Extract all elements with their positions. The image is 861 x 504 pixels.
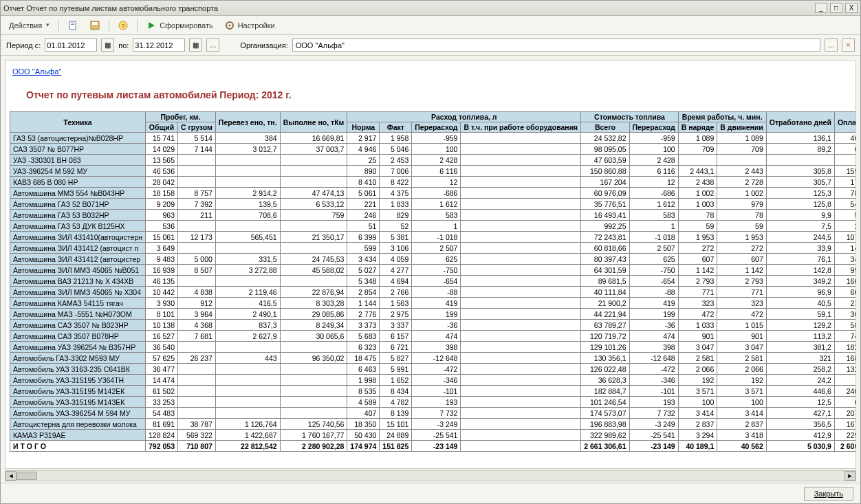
table-row[interactable]: Автомобиль УАЗ-396254 М 594 МУ54 4834078… <box>10 408 857 419</box>
cell-value: 1 089 <box>717 133 766 144</box>
table-row[interactable]: Автомашина ЗИЛ 431412 (автоцистер9 4835 … <box>10 254 857 265</box>
total-value: 792 053 <box>146 441 178 452</box>
table-row[interactable]: Автомобиль УАЗ-315195 М143ЕК33 2534 5894… <box>10 397 857 408</box>
cell-value: 569 322 <box>178 430 216 441</box>
close-window-button[interactable]: X <box>845 3 858 13</box>
table-row[interactable]: УАЗ-396254 М 592 МУ46 5368907 0066 11615… <box>10 166 857 177</box>
table-row[interactable]: УАЗ -330301 ВН 08313 565252 4532 42847 6… <box>10 155 857 166</box>
total-value: 151 825 <box>380 441 412 452</box>
cell-value <box>178 397 216 408</box>
period-select-button[interactable]: … <box>206 39 219 52</box>
help-button[interactable]: ? <box>113 19 133 32</box>
col-done-tkm: Выполне но, тКм <box>280 112 347 133</box>
cell-name: УАЗ -330301 ВН 083 <box>10 155 146 166</box>
table-row[interactable]: Автомашина МАЗ -5551 №Н073ОМ8 1013 9642 … <box>10 309 857 320</box>
date-to-input[interactable] <box>133 39 185 52</box>
table-row[interactable]: КАМАЗ Р319АЕ128 824569 3221 422,6871 760… <box>10 430 857 441</box>
org-clear-button[interactable]: × <box>842 39 855 52</box>
cell-value <box>461 397 581 408</box>
cell-name: КАВЗ 685 В 080 НР <box>10 177 146 188</box>
actions-menu[interactable]: Действия ▼ <box>5 20 54 31</box>
table-row[interactable]: Автомобиль УАЗ 3163-235 С641ВК36 4776 46… <box>10 364 857 375</box>
cell-value: 2 581 <box>678 353 717 364</box>
cell-value: -959 <box>412 133 461 144</box>
calendar-to-button[interactable]: ▦ <box>189 39 202 52</box>
table-row[interactable]: Автомашина ЗИЛ ММЗ 45065 № Х30410 4424 8… <box>10 287 857 298</box>
table-row[interactable]: Автомашина ММЗ 554 №В043НР18 1588 7572 9… <box>10 188 857 199</box>
cell-value: 132 798,01 <box>834 364 856 375</box>
cell-value <box>461 254 581 265</box>
generate-button[interactable]: Сформировать <box>142 19 217 32</box>
scroll-thumb[interactable] <box>17 472 37 480</box>
table-row[interactable]: КАВЗ 685 В 080 НР28 0428 4108 42212167 2… <box>10 177 857 188</box>
cell-value: 1 760 167,77 <box>280 430 347 441</box>
cell-value: 142,8 <box>766 265 834 276</box>
minimize-button[interactable]: _ <box>815 3 827 13</box>
table-row[interactable]: Автомашина ГАЗ 53 ДУК В125НХ53651521992,… <box>10 221 857 232</box>
table-row[interactable]: Автомашина ГАЗ 53 В032НР963211708,675924… <box>10 210 857 221</box>
cell-value: 50 430 <box>347 430 380 441</box>
horizontal-scrollbar[interactable]: ◄ ► <box>5 470 856 481</box>
cell-value: 211 <box>178 210 216 221</box>
org-link[interactable]: ООО "Альфа" <box>12 67 61 76</box>
org-input[interactable] <box>292 39 820 52</box>
doc-icon-button[interactable] <box>63 19 83 32</box>
settings-button[interactable]: Настройки <box>220 19 279 32</box>
col-norm: Норма <box>347 122 380 133</box>
cell-value: 398 <box>629 342 678 353</box>
org-select-button[interactable]: … <box>825 39 838 52</box>
cell-name: Автомашина КАМАЗ 54115 тягач <box>10 298 146 309</box>
cell-value: 2 428 <box>412 155 461 166</box>
calendar-from-button[interactable]: ▦ <box>101 39 114 52</box>
table-row[interactable]: Автомашина ВАЗ 21213 № Х 434ХВ46 1355 34… <box>10 276 857 287</box>
cell-value: 13 565 <box>146 155 178 166</box>
cell-value <box>280 397 347 408</box>
cell-value: 8 410 <box>347 177 380 188</box>
table-row[interactable]: САЗ 3507 № В077НР14 0297 1443 012,737 00… <box>10 144 857 155</box>
table-row[interactable]: Автомобиль УАЗ-315195 М142ЕК61 5028 5358… <box>10 386 857 397</box>
cell-value: 7 732 <box>629 408 678 419</box>
cell-value: 150 860,88 <box>581 166 629 177</box>
maximize-button[interactable]: □ <box>830 3 842 13</box>
cell-value <box>461 166 581 177</box>
table-row[interactable]: Автоцистерна для перевозки молока81 6913… <box>10 419 857 430</box>
cell-value: 36 628,3 <box>581 375 629 386</box>
cell-value <box>178 221 216 232</box>
cell-value: 1 652 <box>380 375 412 386</box>
cell-value <box>280 375 347 386</box>
cell-name: Автомашина САЗ 3507 В078НР <box>10 331 146 342</box>
table-row[interactable]: Автомашина ЗИЛ ММЗ 45065 №В05116 9398 50… <box>10 265 857 276</box>
cell-value <box>280 243 347 254</box>
table-row[interactable]: ГАЗ 53 (автоцистерна)№В028НР15 7415 5143… <box>10 133 857 144</box>
date-from-input[interactable] <box>45 39 97 52</box>
table-row[interactable]: Автомашина КАМАЗ 54115 тягач3 930912416,… <box>10 298 857 309</box>
cell-value: 1 998 <box>347 375 380 386</box>
cell-value: 3 418 <box>717 430 766 441</box>
table-row[interactable]: Автомашина САЗ 3507 № В023НР10 1384 3688… <box>10 320 857 331</box>
scroll-left-button[interactable]: ◄ <box>6 471 17 481</box>
cell-value: 21 840,66 <box>834 298 856 309</box>
cell-value: 419 <box>412 298 461 309</box>
table-row[interactable]: Автомашина ГАЗ 52 В071НР9 2097 392139,56… <box>10 199 857 210</box>
table-row[interactable]: Автомашина ЗИЛ 431410(автоцистерн15 0611… <box>10 232 857 243</box>
cell-value: 771 <box>717 287 766 298</box>
table-row[interactable]: Автомашина САЗ 3507 В078НР16 5277 6812 6… <box>10 331 857 342</box>
report-table: Техника Пробег, км. Перевез ено, тн. Вып… <box>10 111 856 452</box>
table-row[interactable]: Автомобиль УАЗ-315195 У364ТН14 4741 9981… <box>10 375 857 386</box>
cell-value: 12,5 <box>766 397 834 408</box>
scroll-right-button[interactable]: ► <box>844 471 855 481</box>
cell-value: 64 301,59 <box>581 265 629 276</box>
close-button[interactable]: Закрыть <box>804 487 853 501</box>
table-row[interactable]: Автомашина УАЗ 396254 № В357НР36 5406 32… <box>10 342 857 353</box>
report-viewport[interactable]: ООО "Альфа" Отчет по путевым листам авто… <box>5 60 856 469</box>
cell-value: 771 <box>678 287 717 298</box>
cell-value: 1 612 <box>629 199 678 210</box>
cell-value <box>215 408 280 419</box>
table-row[interactable]: Автомобиль ГАЗ-3302 М593 МУ57 62526 2374… <box>10 353 857 364</box>
table-row[interactable]: Автомашина ЗИЛ 431412 (автоцист п3 64959… <box>10 243 857 254</box>
save-icon-button[interactable] <box>85 19 105 32</box>
cell-value: 2 507 <box>412 243 461 254</box>
total-value: 2 600 583,89 <box>834 441 856 452</box>
cell-value: 472 <box>678 309 717 320</box>
total-row: И Т О Г О792 053710 80722 812,5422 280 9… <box>10 441 857 452</box>
